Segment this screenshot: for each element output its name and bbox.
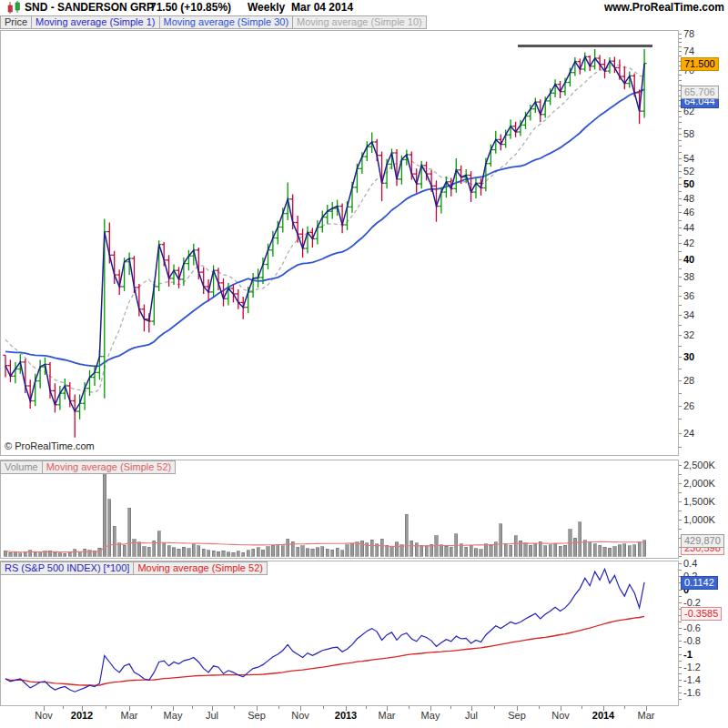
volume-axis-label-volume: 2,000K — [683, 478, 715, 490]
price-axis-label-price: 50 — [683, 178, 694, 190]
xaxis-label-2012: 2012 — [71, 710, 93, 721]
volume-legend-row: Volume Moving average (Simple 52) — [0, 460, 175, 474]
xaxis-label-sep: Sep — [508, 710, 526, 721]
price-axis-label-price: 46 — [683, 207, 694, 218]
price-axis-label-price: 52 — [683, 166, 694, 177]
price-close-line — [5, 56, 644, 411]
price-ma10-dashed-line — [5, 65, 644, 392]
xaxis-label-mar: Mar — [379, 710, 396, 721]
price-axis-label-price: 36 — [683, 290, 694, 302]
xaxis-label-may: May — [421, 710, 440, 721]
xaxis-label-mar: Mar — [121, 710, 138, 721]
volume-last-value-label: 429,870 — [681, 534, 724, 548]
xaxis-label-nov: Nov — [291, 710, 309, 721]
price-legend-row: Price Moving average (Simple 1) Moving a… — [0, 15, 426, 29]
volume-bars — [4, 468, 645, 556]
tab-volume[interactable]: Volume — [0, 460, 43, 474]
price-axis-label-price: 42 — [683, 238, 694, 249]
price-axis-label-price: 40 — [683, 254, 694, 266]
xaxis-label-mar: Mar — [638, 710, 655, 721]
rs-axis-label-rs: -0.8 — [683, 635, 701, 647]
price-axis-label-price: 48 — [683, 193, 694, 205]
price-axis-label-price: 32 — [683, 329, 694, 341]
price-axis-label-price: 34 — [683, 309, 694, 321]
price-last-value-label: 71.500 — [681, 57, 719, 71]
rs-axis-label-rs: -1.2 — [683, 662, 701, 673]
xaxis-label-nov: Nov — [551, 710, 570, 721]
watermark: © ProRealTime.com — [5, 440, 95, 451]
xaxis-label-jul: Jul — [206, 710, 218, 721]
rs-axis-label-rs: -1 — [683, 649, 693, 661]
tab-rs-ma-52[interactable]: Moving average (Simple 52) — [133, 561, 268, 575]
chart-canvas — [0, 0, 728, 728]
header-bar: SND - SANDERSON GRP 71.50 (+10.85%) Week… — [0, 0, 728, 15]
price-axis-label-price: 28 — [683, 375, 694, 387]
price-axis-label-price: 78 — [683, 28, 694, 40]
tab-ma-simple-10[interactable]: Moving average (Simple 10) — [292, 15, 427, 29]
rs-axis-label-rs: -1.4 — [683, 674, 701, 686]
website-link[interactable]: www.ProRealTime.com — [604, 1, 724, 14]
price-ohlc-bars — [3, 49, 646, 438]
xaxis-label-2014: 2014 — [592, 710, 614, 721]
candlestick-icon — [6, 1, 23, 15]
tab-volume-ma-52[interactable]: Moving average (Simple 52) — [42, 460, 177, 474]
rs-axis-label-rs: 0.4 — [683, 558, 697, 570]
timeframe-label[interactable]: Weekly — [248, 1, 285, 14]
symbol-title: SND - SANDERSON GRP — [25, 1, 154, 14]
volume-ma52-line — [5, 541, 644, 551]
volume-axis-label-volume: 1,000K — [683, 514, 715, 526]
rs-last-value-label: 0.1142 — [681, 576, 718, 590]
price-axis-label-price: 30 — [683, 351, 694, 363]
price-axis-label-price: 58 — [683, 128, 694, 140]
tab-ma-simple-1[interactable]: Moving average (Simple 1) — [31, 15, 159, 29]
volume-axis-label-volume: 1,500K — [683, 496, 715, 508]
tab-ma-simple-30[interactable]: Moving average (Simple 30) — [159, 15, 294, 29]
xaxis-label-sep: Sep — [248, 710, 266, 721]
xaxis-label-jul: Jul — [465, 710, 478, 721]
rs-axis-label-rs: -1.6 — [683, 687, 701, 699]
volume-axis-label-volume: 2,500K — [683, 460, 715, 471]
price-axis-label-price: 44 — [683, 222, 694, 234]
price-axis-label-price: 38 — [683, 271, 694, 283]
tab-rs-sp500[interactable]: RS (S&P 500 INDEX) [*100] — [0, 561, 134, 575]
rs-axis-label-rs: -0.6 — [683, 622, 701, 634]
rs-last-value-label: -0.3585 — [681, 607, 722, 621]
rs-legend-row: RS (S&P 500 INDEX) [*100] Moving average… — [0, 561, 267, 575]
prorealtime-chart-window: SND - SANDERSON GRP 71.50 (+10.85%) Week… — [0, 0, 728, 728]
xaxis-label-nov: Nov — [35, 710, 53, 721]
cursor-date: Mar 04 2014 — [291, 1, 353, 14]
price-axis-label-price: 24 — [683, 428, 694, 440]
xaxis-label-may: May — [164, 710, 183, 721]
xaxis-label-2013: 2013 — [335, 710, 357, 721]
price-axis-label-price: 74 — [683, 46, 694, 57]
axis-ticks — [44, 34, 682, 711]
price-last-value-label: 65.706 — [681, 86, 719, 99]
price-axis-label-price: 54 — [683, 153, 694, 165]
price-axis-label-price: 26 — [683, 400, 694, 412]
tab-price[interactable]: Price — [0, 15, 32, 29]
rs-line — [5, 569, 644, 692]
last-price-change: 71.50 (+10.85%) — [150, 1, 231, 14]
